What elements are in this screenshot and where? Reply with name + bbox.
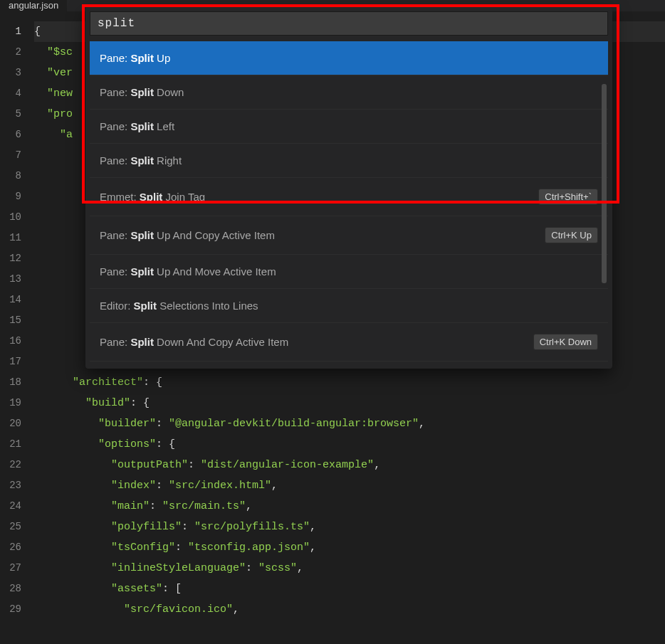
code-line: "assets": [ — [34, 579, 665, 599]
code-line: "options": { — [34, 434, 665, 455]
line-number: 13 — [0, 269, 21, 290]
palette-item[interactable]: Pane: Split Right — [90, 144, 608, 178]
palette-item-label: Pane: Split Up — [100, 52, 170, 64]
line-number: 15 — [0, 310, 21, 331]
palette-item[interactable]: Pane: Split Up And Move Active Item — [90, 255, 608, 289]
keyboard-shortcut: Ctrl+Shift+` — [538, 189, 598, 205]
line-number: 24 — [0, 496, 21, 517]
line-number: 14 — [0, 290, 21, 310]
line-number: 4 — [0, 83, 21, 104]
palette-item-label: Pane: Split Up And Move Active Item — [100, 265, 276, 278]
palette-item[interactable]: Pane: Split Up And Copy Active ItemCtrl+… — [90, 216, 608, 255]
line-number: 6 — [0, 125, 21, 145]
line-number: 3 — [0, 63, 21, 83]
line-number: 8 — [0, 166, 21, 186]
line-number: 16 — [0, 331, 21, 352]
code-line: "src/favicon.ico", — [34, 599, 665, 620]
code-line: "inlineStyleLanguage": "scss", — [34, 558, 665, 579]
keyboard-shortcut: Ctrl+K Up — [545, 227, 598, 243]
code-line: "polyfills": "src/polyfills.ts", — [34, 517, 665, 537]
code-line: "builder": "@angular-devkit/build-angula… — [34, 413, 665, 434]
palette-item[interactable]: Emmet: Split Join TagCtrl+Shift+` — [90, 178, 608, 216]
palette-input-wrap — [85, 7, 612, 40]
line-number: 1 — [0, 21, 21, 42]
line-number: 28 — [0, 579, 21, 599]
tab-angular-json[interactable]: angular.json — [0, 0, 67, 11]
palette-item[interactable]: Pane: Split Left — [90, 110, 608, 144]
line-number: 21 — [0, 434, 21, 455]
line-number: 5 — [0, 104, 21, 125]
code-line: "tsConfig": "tsconfig.app.json", — [34, 537, 665, 558]
line-number: 9 — [0, 186, 21, 207]
line-number: 19 — [0, 393, 21, 413]
code-line: "architect": { — [34, 372, 665, 393]
palette-list: Pane: Split UpPane: Split DownPane: Spli… — [85, 40, 612, 369]
line-gutter: 1234567891011121314151617181920212223242… — [0, 11, 28, 644]
palette-item[interactable]: Editor: Split Selections Into Lines — [90, 289, 608, 323]
keyboard-shortcut: Ctrl+K Down — [533, 334, 598, 350]
palette-item-label: Pane: Split Right — [100, 154, 182, 167]
code-line: "outputPath": "dist/angular-icon-example… — [34, 455, 665, 475]
line-number: 25 — [0, 517, 21, 537]
palette-item[interactable]: Pane: Split Down — [90, 75, 608, 110]
line-number: 11 — [0, 228, 21, 248]
line-number: 27 — [0, 558, 21, 579]
palette-item-label: Pane: Split Down — [100, 86, 184, 98]
line-number: 12 — [0, 248, 21, 269]
line-number: 7 — [0, 145, 21, 166]
code-line: "build": { — [34, 393, 665, 413]
tab-title: angular.json — [9, 0, 58, 11]
palette-item[interactable]: Pane: Split Down And Copy Active ItemCtr… — [90, 323, 608, 361]
palette-item[interactable]: Pane: Split Up — [90, 41, 608, 75]
palette-item-label: Emmet: Split Join Tag — [100, 191, 205, 203]
palette-item-label: Editor: Split Selections Into Lines — [100, 300, 258, 312]
code-line: "index": "src/index.html", — [34, 475, 665, 496]
line-number: 20 — [0, 413, 21, 434]
palette-item-label: Pane: Split Up And Copy Active Item — [100, 229, 275, 241]
line-number: 22 — [0, 455, 21, 475]
line-number: 23 — [0, 475, 21, 496]
code-line: "main": "src/main.ts", — [34, 496, 665, 517]
palette-item-label: Pane: Split Down And Copy Active Item — [100, 336, 288, 348]
line-number: 26 — [0, 537, 21, 558]
line-number: 18 — [0, 372, 21, 393]
palette-input[interactable] — [90, 11, 608, 36]
line-number: 29 — [0, 599, 21, 620]
line-number: 17 — [0, 352, 21, 372]
line-number: 10 — [0, 207, 21, 228]
palette-scrollbar[interactable] — [602, 84, 607, 283]
line-number: 2 — [0, 42, 21, 63]
command-palette: Pane: Split UpPane: Split DownPane: Spli… — [85, 7, 612, 369]
palette-item-label: Pane: Split Left — [100, 120, 174, 132]
